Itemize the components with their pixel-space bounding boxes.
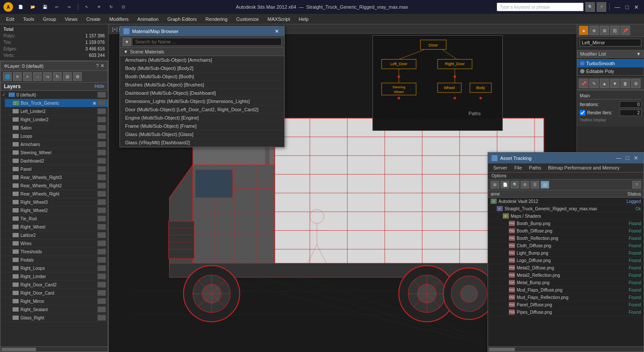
at-btn1[interactable]: ⊞ (491, 181, 499, 189)
layer-item-rdc[interactable]: Right_Door_Card (0, 289, 108, 297)
mat-item-glass[interactable]: Glass (Multi/Sub-Object) [Glass] (120, 130, 284, 139)
material-dialog-close[interactable]: ✕ (273, 28, 281, 35)
at-help-btn[interactable]: ? (632, 181, 641, 189)
scale-btn[interactable]: ⊡ (119, 2, 128, 12)
asset-item-metal2-refl[interactable]: PNG Metal2_Reflection.png Found (488, 272, 644, 279)
minimize-btn[interactable]: — (613, 3, 622, 11)
layer-item-rwr2[interactable]: Rear_Wheels_Right2 (0, 182, 108, 190)
layers-hscroll[interactable] (0, 346, 108, 352)
layer-item-dashboard2[interactable]: Dashboard2 (0, 157, 108, 165)
layer-refresh-btn[interactable]: ↻ (53, 72, 62, 81)
asset-item-mud-flaps-diff[interactable]: PNG Mud_Flaps_Diffuse.png Found (488, 286, 644, 294)
menu-modifiers[interactable]: Modifiers (105, 16, 133, 23)
layer-item-rw[interactable]: Right_Wheel (0, 223, 108, 231)
layer-item-rwr3[interactable]: Rear_Wheels_Right3 (0, 173, 108, 182)
layer-item-right-loops[interactable]: Right_Loops (0, 264, 108, 272)
move-btn[interactable]: ✛ (94, 2, 104, 12)
asset-item-pipes-diff[interactable]: PNG Pipes_Diffuse.png Found (488, 309, 644, 316)
layer-dialog-close-btn[interactable]: ✕ (100, 63, 104, 69)
asset-hscroll[interactable] (488, 346, 644, 352)
asset-minimize-btn[interactable]: — (614, 154, 623, 162)
menu-create[interactable]: Create (82, 16, 105, 23)
layer-expand-btn[interactable]: ⊞ (63, 72, 72, 81)
menu-tools[interactable]: Tools (19, 16, 39, 23)
layer-item-steering[interactable]: Steering_Wheel (0, 149, 108, 157)
menu-group[interactable]: Group (39, 16, 61, 23)
modifier-editable-poly[interactable]: Editable Poly (578, 67, 644, 75)
asset-restore-btn[interactable]: □ (624, 154, 631, 162)
layer-item-pedals[interactable]: Pedals (0, 256, 108, 264)
layer-item-lattice2[interactable]: Lattice2 (0, 231, 108, 239)
mc-pin[interactable]: 📌 (579, 79, 588, 88)
mat-item-door[interactable]: Door (Multi/Sub-Object) [Left_Door_Card2… (120, 106, 284, 114)
layer-settings-btn[interactable]: ⚙ (73, 72, 82, 81)
layer-item-glass-right[interactable]: Glass_Right (0, 314, 108, 322)
asset-item-booth-diff[interactable]: PNG Booth_Diffuse.png Found (488, 227, 644, 235)
layer-item-0[interactable]: ✓ 0 (default) (0, 91, 108, 99)
asset-item-booth-refl[interactable]: PNG Booth_Reflection.png Found (488, 235, 644, 242)
modifier-turbosmooth[interactable]: TurboSmooth (578, 60, 644, 67)
mat-item-dashboard[interactable]: Dashboard (Multi/Sub-Object) [Dashboard] (120, 89, 284, 97)
menu-animation[interactable]: Animation (133, 16, 163, 23)
layer-item-thresholds[interactable]: Thresholds (0, 248, 108, 256)
asset-item-cloth-diff[interactable]: PNG Cloth_Diffuse.png Found (488, 242, 644, 249)
layer-dialog-help-btn[interactable]: ? (96, 63, 99, 69)
mat-item-frame[interactable]: Frame (Multi/Sub-Object) [Frame] (120, 122, 284, 130)
layer-item-rw3[interactable]: Right_Wheel3 (0, 198, 108, 206)
layer-select-btn[interactable]: → (33, 72, 42, 81)
asset-item-logo-diff[interactable]: PNG Logo_Diffuse.png Found (488, 257, 644, 264)
mat-item-booth[interactable]: Booth (Multi/Sub-Object) [Booth] (120, 73, 284, 81)
search-box[interactable]: Type a keyword or phrase (497, 3, 584, 11)
asset-menu-bitmap[interactable]: Bitmap Performance and Memory (544, 164, 623, 171)
mat-item-body[interactable]: Body (Multi/Sub-Object) [Body2] (120, 64, 284, 73)
mat-item-brushes[interactable]: Brushes (Multi/Sub-Object) [Brushes] (120, 81, 284, 89)
undo-btn[interactable]: ↩ (52, 2, 62, 12)
mat-item-dim-lights[interactable]: Dimensions_Lights (Multi/Sub-Object) [Di… (120, 97, 284, 106)
at-btn6[interactable]: ▤ (541, 181, 549, 189)
asset-item-vault[interactable]: V Autodesk Vault 2012 Logged (488, 198, 644, 205)
at-btn5[interactable]: ☰ (531, 181, 539, 189)
asset-menu-paths[interactable]: Paths (525, 164, 544, 171)
layer-item-right-mirror[interactable]: Right_Mirror (0, 297, 108, 306)
asset-item-light-bump[interactable]: PNG Light_Bump.png Found (488, 249, 644, 257)
modifier-list-dropdown[interactable]: Modifier List ▼ (577, 50, 644, 58)
layer-item-left-limiter2[interactable]: Left_Limiter2 (0, 107, 108, 116)
rp-color-btn[interactable]: ■ (579, 26, 588, 35)
render-iters-checkbox[interactable] (580, 110, 585, 116)
rp-snap-btn[interactable]: ⊕ (589, 26, 599, 35)
mc-move-up[interactable]: ▲ (600, 79, 609, 88)
layer-item-wires[interactable]: Wires (0, 239, 108, 248)
help-icon-btn[interactable]: ? (597, 2, 606, 12)
object-name-input[interactable] (580, 39, 641, 46)
asset-item-booth-bump[interactable]: PNG Booth_Bump.png Found (488, 220, 644, 227)
layer-move-btn[interactable]: ⇒ (43, 72, 52, 81)
save-btn[interactable]: 💾 (40, 2, 50, 12)
material-search-input[interactable] (132, 38, 282, 46)
select-btn[interactable]: ↖ (82, 2, 92, 12)
mc-settings[interactable]: ⚙ (631, 79, 641, 88)
layer-item-right-limiter2[interactable]: Right_Limiter2 (0, 116, 108, 124)
rp-pin-btn[interactable]: 📌 (621, 26, 630, 35)
asset-item-file[interactable]: F Straight_Truck_Generic_Rigged_vray_max… (488, 205, 644, 213)
layer-item-salon[interactable]: Salon (0, 124, 108, 132)
layer-item-rw2[interactable]: Right_Wheel2 (0, 206, 108, 215)
asset-menu-options[interactable]: Options (491, 173, 506, 178)
mat-item-engine[interactable]: Engine (Multi/Sub-Object) [Engine] (120, 114, 284, 122)
asset-item-maps[interactable]: ▸ Maps / Shaders (488, 213, 644, 220)
mat-item-armchairs[interactable]: Armchairs (Multi/Sub-Object) [Armchairs] (120, 56, 284, 64)
asset-item-metal-bump[interactable]: PNG Metal_Bump.png Found (488, 279, 644, 286)
asset-item-metal2-diff[interactable]: PNG Metal2_Diffuse.png Found (488, 264, 644, 272)
menu-views[interactable]: Views (60, 16, 82, 23)
menu-graph-editors[interactable]: Graph Editors (163, 16, 201, 23)
menu-maxscript[interactable]: MAXScript (263, 16, 295, 23)
at-btn3[interactable]: 🔍 (511, 181, 519, 189)
mat-item-glass-vray[interactable]: Glass (VRayMtl) [Dashboard2] (120, 139, 284, 147)
menu-help[interactable]: Help (295, 16, 313, 23)
layer-globe-btn[interactable]: 🌐 (3, 72, 12, 81)
mc-edit[interactable]: ✎ (589, 79, 599, 88)
layer-add-btn[interactable]: + (23, 72, 32, 81)
rotate-btn[interactable]: ↻ (106, 2, 116, 12)
layer-item-tie-rod[interactable]: Tie_Rod (0, 215, 108, 223)
layer-delete-btn[interactable]: ✕ (13, 72, 22, 81)
mc-move-down[interactable]: ▼ (610, 79, 620, 88)
